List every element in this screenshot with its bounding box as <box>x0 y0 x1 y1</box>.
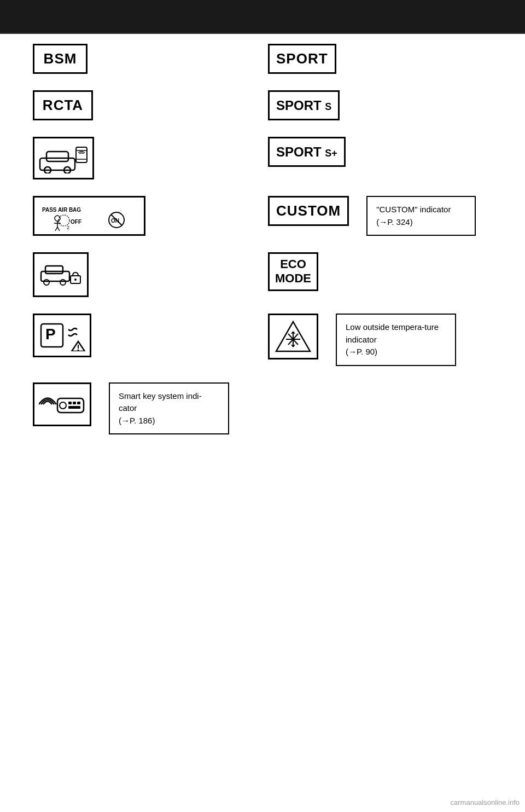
svg-rect-41 <box>68 402 72 404</box>
svg-rect-20 <box>45 266 63 274</box>
row-5: ECO MODE <box>33 252 492 297</box>
custom-annotation: "CUSTOM" indicator (→P. 324) <box>366 196 476 236</box>
lowtemp-annotation-ref: (→P. 90) <box>346 347 377 356</box>
bsm-indicator: BSM <box>33 44 88 74</box>
cell-sport: SPORT <box>262 44 492 74</box>
svg-point-29 <box>78 350 79 351</box>
cell-sport-s: SPORT S <box>262 90 492 120</box>
svg-rect-4 <box>76 147 87 163</box>
lowtemp-annotation-text: Low outside tempera-ture indicator <box>346 322 439 344</box>
row-3: SPORT S+ <box>33 137 492 179</box>
svg-rect-42 <box>73 402 76 404</box>
row-6: P <box>33 314 492 366</box>
row-7: Smart key system indi-cator (→P. 186) <box>33 382 492 435</box>
custom-label: CUSTOM <box>276 202 341 219</box>
cell-parking: P <box>33 314 262 366</box>
svg-line-12 <box>57 227 60 231</box>
lowtemp-annotation: Low outside tempera-ture indicator (→P. … <box>336 314 456 366</box>
divider-line <box>0 33 525 34</box>
smartkey-svg <box>39 388 85 420</box>
top-bar <box>0 0 525 33</box>
sport-label: SPORT <box>276 50 328 67</box>
smartkey-indicator <box>33 382 91 426</box>
cell-car-phone <box>33 137 262 179</box>
svg-rect-44 <box>68 406 80 409</box>
svg-point-21 <box>44 280 49 285</box>
car-phone-svg <box>39 143 88 173</box>
svg-text:ON: ON <box>111 218 119 224</box>
row-4: PASS AIR BAG OFF ON <box>33 196 492 236</box>
cell-rcta: RCTA <box>33 90 262 120</box>
custom-annotation-ref: (→P. 324) <box>376 217 412 227</box>
eco-label: ECO MODE <box>275 257 311 286</box>
eco-indicator: ECO MODE <box>268 252 318 291</box>
smartkey-annotation: Smart key system indi-cator (→P. 186) <box>109 382 229 435</box>
cell-lock <box>33 252 262 297</box>
svg-text:2: 2 <box>67 225 69 230</box>
svg-point-22 <box>60 280 66 285</box>
svg-point-24 <box>74 279 77 281</box>
parking-indicator: P <box>33 314 91 357</box>
svg-rect-43 <box>77 402 80 404</box>
cell-lowtemp: Low outside tempera-ture indicator (→P. … <box>262 314 492 366</box>
sport-s-plus-label: SPORT S+ <box>276 144 337 160</box>
bsm-label: BSM <box>44 50 77 67</box>
rcta-indicator: RCTA <box>33 90 93 120</box>
svg-line-11 <box>55 227 57 231</box>
airbag-indicator: PASS AIR BAG OFF ON <box>33 196 145 236</box>
lock-svg <box>39 258 83 291</box>
smartkey-annotation-ref: (→P. 186) <box>119 416 155 425</box>
airbag-svg: PASS AIR BAG OFF ON <box>40 201 138 231</box>
svg-rect-39 <box>57 398 84 413</box>
cell-eco: ECO MODE <box>262 252 492 297</box>
car-phone-indicator <box>33 137 94 179</box>
sport-s-plus-indicator: SPORT S+ <box>268 137 346 167</box>
watermark: carmanualsonline.info <box>451 798 520 807</box>
lowtemp-svg <box>274 320 312 353</box>
parking-svg: P <box>39 320 85 351</box>
cell-airbag: PASS AIR BAG OFF ON <box>33 196 262 236</box>
smartkey-annotation-text: Smart key system indi-cator <box>119 391 202 413</box>
svg-text:P: P <box>45 326 56 343</box>
cell-smartkey: Smart key system indi-cator (→P. 186) <box>33 382 262 435</box>
custom-indicator: CUSTOM <box>268 196 349 226</box>
rcta-label: RCTA <box>43 97 83 114</box>
row-2: RCTA SPORT S <box>33 90 492 120</box>
row-1: BSM SPORT <box>33 44 492 74</box>
cell-empty-right <box>262 382 492 435</box>
cell-bsm: BSM <box>33 44 262 74</box>
svg-point-13 <box>59 215 69 226</box>
svg-rect-1 <box>46 152 68 161</box>
svg-point-8 <box>55 216 60 221</box>
svg-text:OFF: OFF <box>71 219 81 225</box>
lowtemp-indicator <box>268 314 318 359</box>
custom-annotation-text: "CUSTOM" indicator <box>376 205 451 214</box>
lock-indicator <box>33 252 89 297</box>
sport-indicator: SPORT <box>268 44 336 74</box>
sport-s-indicator: SPORT S <box>268 90 340 120</box>
sport-s-label: SPORT S <box>276 98 331 113</box>
cell-custom: CUSTOM "CUSTOM" indicator (→P. 324) <box>262 196 492 236</box>
svg-point-40 <box>60 402 66 409</box>
cell-sport-s-plus: SPORT S+ <box>262 137 492 179</box>
svg-text:PASS AIR BAG: PASS AIR BAG <box>42 207 81 213</box>
content-area: BSM SPORT RCTA SPORT S <box>33 44 492 451</box>
